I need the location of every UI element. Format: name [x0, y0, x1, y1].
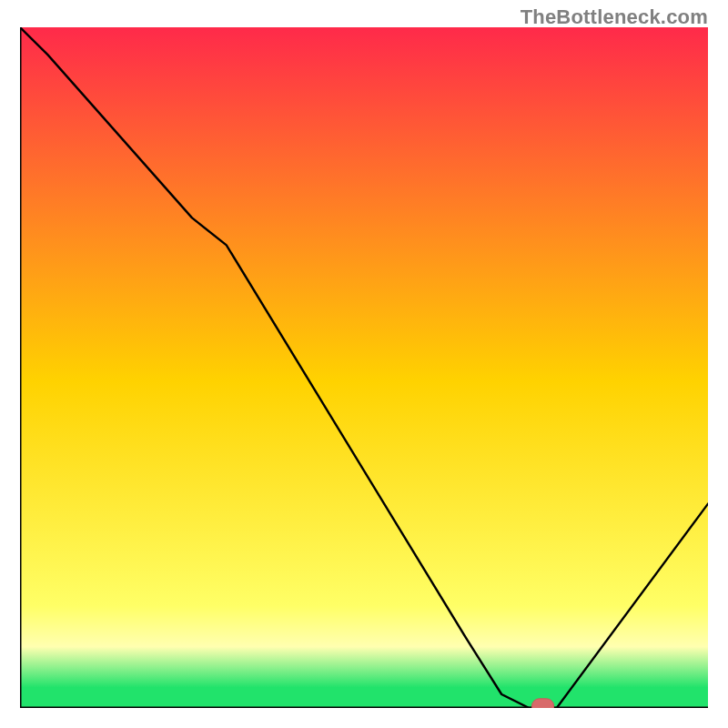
line-chart-svg [20, 27, 708, 708]
watermark-text: TheBottleneck.com [521, 5, 708, 29]
chart-area [20, 27, 708, 708]
optimal-point-marker [531, 699, 553, 708]
gradient-background [20, 27, 708, 708]
